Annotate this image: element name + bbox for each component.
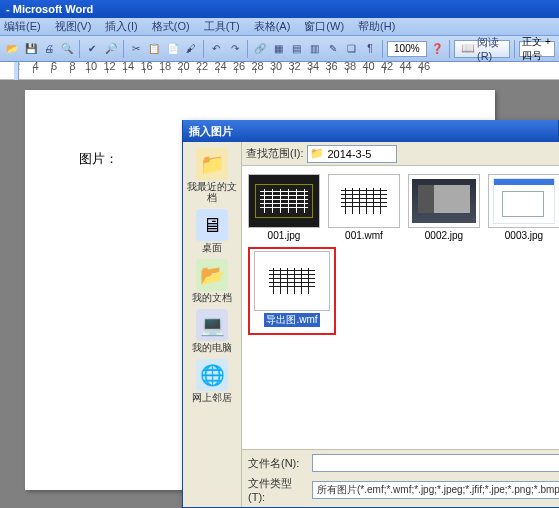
place-icon: 🖥	[196, 209, 228, 241]
paste-icon[interactable]: 📄	[164, 39, 180, 59]
place-label: 网上邻居	[192, 392, 232, 403]
thumb-filename: 0003.jpg	[505, 230, 543, 241]
filename-label: 文件名(N):	[248, 456, 308, 471]
separator	[203, 40, 204, 58]
spellcheck-icon[interactable]: ✔	[84, 39, 100, 59]
dialog-title: 插入图片	[189, 124, 233, 139]
filename-combo[interactable]	[312, 454, 559, 472]
file-thumb[interactable]: 001.jpg	[248, 174, 320, 241]
selected-file-name[interactable]: 导出图.wmf	[264, 313, 319, 327]
place-icon: 📁	[196, 148, 228, 180]
places-item-3[interactable]: 💻我的电脑	[183, 307, 241, 355]
redo-icon[interactable]: ↷	[226, 39, 242, 59]
print-icon[interactable]: 🖨	[41, 39, 57, 59]
thumb-filename: 001.jpg	[268, 230, 301, 241]
place-label: 我的文档	[192, 292, 232, 303]
preview-icon[interactable]: 🔍	[59, 39, 75, 59]
filetype-combo[interactable]: 所有图片(*.emf;*.wmf;*.jpg;*.jpeg;*.jfif;*.j…	[312, 481, 559, 499]
hyperlink-icon[interactable]: 🔗	[252, 39, 268, 59]
format-painter-icon[interactable]: 🖌	[183, 39, 199, 59]
thumb-preview	[408, 174, 480, 228]
selected-file-thumb[interactable]	[254, 251, 330, 311]
table-icon[interactable]: ▦	[270, 39, 286, 59]
thumb-preview	[248, 174, 320, 228]
toolbar: 📂 💾 🖨 🔍 ✔ 🔎 ✂ 📋 📄 🖌 ↶ ↷ 🔗 ▦ ▤ ▥ ✎ ❏ ¶ ❓ …	[0, 36, 559, 62]
menu-help[interactable]: 帮助(H)	[358, 19, 395, 34]
drawing-icon[interactable]: ✎	[325, 39, 341, 59]
dialog-bottom: 文件名(N): 文件类型(T): 所有图片(*.emf;*.wmf;*.jpg;…	[242, 449, 559, 507]
docmap-icon[interactable]: ❏	[343, 39, 359, 59]
current-folder-name: 2014-3-5	[327, 148, 371, 160]
zoom-combo[interactable]	[387, 41, 427, 57]
places-bar: 📁我最近的文档🖥桌面📂我的文档💻我的电脑🌐网上邻居	[183, 142, 242, 507]
place-label: 我的电脑	[192, 342, 232, 353]
menu-insert[interactable]: 插入(I)	[105, 19, 137, 34]
separator	[123, 40, 124, 58]
place-icon: 💻	[196, 309, 228, 341]
thumbnail-pane[interactable]: 001.jpg001.wmf0002.jpg0003.jpg 导出图.wmf	[242, 166, 559, 449]
save-icon[interactable]: 💾	[22, 39, 38, 59]
look-in-label: 查找范围(I):	[246, 146, 303, 161]
thumb-preview	[328, 174, 400, 228]
filetype-label: 文件类型(T):	[248, 476, 308, 503]
separator	[247, 40, 248, 58]
menu-tools[interactable]: 工具(T)	[204, 19, 240, 34]
read-mode-button[interactable]: 📖 阅读(R)	[454, 40, 510, 58]
menu-table[interactable]: 表格(A)	[254, 19, 291, 34]
excel-icon[interactable]: ▤	[288, 39, 304, 59]
app-title: - Microsoft Word	[6, 3, 93, 15]
help-icon[interactable]: ❓	[429, 39, 445, 59]
selected-file-highlight: 导出图.wmf	[248, 247, 336, 335]
file-browser: 查找范围(I): 📁 2014-3-5 001.jpg001.wmf0002.j…	[242, 142, 559, 507]
app-titlebar: - Microsoft Word	[0, 0, 559, 18]
thumb-filename: 001.wmf	[345, 230, 383, 241]
menu-edit[interactable]: 编辑(E)	[4, 19, 41, 34]
columns-icon[interactable]: ▥	[307, 39, 323, 59]
thumb-filename: 0002.jpg	[425, 230, 463, 241]
menu-format[interactable]: 格式(O)	[152, 19, 190, 34]
menu-view[interactable]: 视图(V)	[55, 19, 92, 34]
style-combo[interactable]: 正文 + 四号	[519, 41, 555, 57]
copy-icon[interactable]: 📋	[146, 39, 162, 59]
separator	[79, 40, 80, 58]
places-item-1[interactable]: 🖥桌面	[183, 207, 241, 255]
thumb-preview	[488, 174, 559, 228]
book-icon: 📖	[461, 42, 475, 55]
look-in-row: 查找范围(I): 📁 2014-3-5	[242, 142, 559, 166]
dialog-titlebar: 插入图片	[183, 120, 558, 142]
places-item-0[interactable]: 📁我最近的文档	[183, 146, 241, 205]
read-label: 阅读(R)	[477, 35, 503, 62]
insert-picture-dialog: 插入图片 📁我最近的文档🖥桌面📂我的文档💻我的电脑🌐网上邻居 查找范围(I): …	[182, 120, 559, 508]
file-thumb[interactable]: 0002.jpg	[408, 174, 480, 241]
separator	[382, 40, 383, 58]
place-label: 桌面	[202, 242, 222, 253]
look-in-combo[interactable]: 📁 2014-3-5	[307, 145, 397, 163]
showmarks-icon[interactable]: ¶	[362, 39, 378, 59]
undo-icon[interactable]: ↶	[208, 39, 224, 59]
cut-icon[interactable]: ✂	[128, 39, 144, 59]
horizontal-ruler: 2468101214161820222426283032343638404244…	[0, 62, 559, 80]
folder-icon: 📁	[310, 147, 324, 160]
research-icon[interactable]: 🔎	[103, 39, 119, 59]
menu-window[interactable]: 窗口(W)	[304, 19, 344, 34]
places-item-4[interactable]: 🌐网上邻居	[183, 357, 241, 405]
menu-bar: 编辑(E) 视图(V) 插入(I) 格式(O) 工具(T) 表格(A) 窗口(W…	[0, 18, 559, 36]
place-label: 我最近的文档	[183, 181, 241, 203]
open-icon[interactable]: 📂	[4, 39, 20, 59]
file-thumb[interactable]: 001.wmf	[328, 174, 400, 241]
place-icon: 🌐	[196, 359, 228, 391]
place-icon: 📂	[196, 259, 228, 291]
file-thumb[interactable]: 0003.jpg	[488, 174, 559, 241]
places-item-2[interactable]: 📂我的文档	[183, 257, 241, 305]
separator	[449, 40, 450, 58]
separator	[514, 40, 515, 58]
